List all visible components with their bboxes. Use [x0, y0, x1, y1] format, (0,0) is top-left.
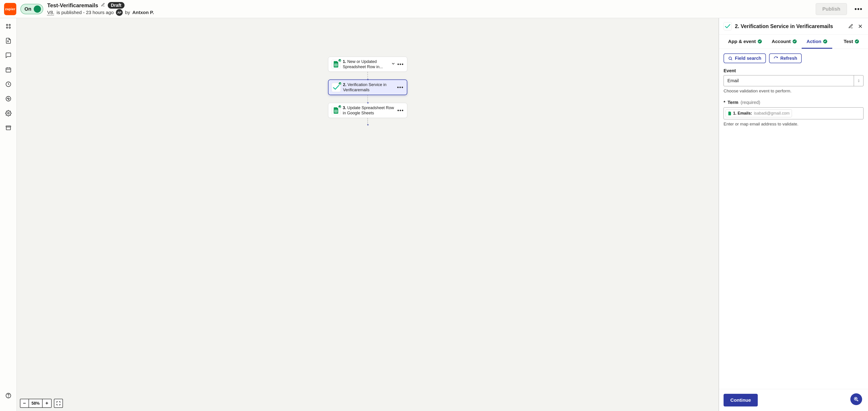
panel-body: Field search Refresh Event Email Choose … — [719, 49, 868, 389]
tab-action[interactable]: Action — [802, 35, 832, 49]
event-hint: Choose validation event to perform. — [723, 89, 864, 93]
ok-chip-icon — [758, 39, 762, 43]
svg-rect-3 — [9, 27, 10, 28]
event-label: Event — [723, 68, 864, 74]
select-handle-icon — [854, 76, 863, 86]
node-title: 2. Verification Service in Verificaremai… — [343, 82, 395, 92]
zoom-value: 58% — [29, 399, 42, 407]
more-menu-icon[interactable]: ••• — [853, 4, 864, 13]
fit-to-screen-button[interactable] — [54, 399, 63, 408]
svg-point-0 — [6, 24, 8, 26]
svg-rect-9 — [6, 126, 11, 127]
flow: 1. New or Updated Spreadsheet Row in... … — [328, 57, 407, 125]
event-value: Email — [724, 76, 854, 86]
help-icon[interactable] — [5, 392, 11, 399]
event-select[interactable]: Email — [723, 75, 864, 86]
ok-chip-icon — [855, 39, 859, 43]
top-bar: zapier On Test-Verificaremails Draft V8.… — [0, 0, 868, 18]
by-label: by — [125, 10, 130, 15]
run-icon[interactable] — [5, 37, 11, 44]
node-title: 1. New or Updated Spreadsheet Row in... — [343, 59, 389, 69]
refresh-button[interactable]: Refresh — [769, 54, 802, 63]
status-ok-icon — [338, 82, 342, 85]
zoom-tray: − 58% + — [20, 399, 63, 408]
add-step-icon[interactable]: + — [366, 123, 370, 126]
status-ok-icon — [338, 105, 342, 109]
flow-node-1[interactable]: 1. New or Updated Spreadsheet Row in... … — [328, 57, 407, 72]
tab-app-event[interactable]: App & event — [723, 35, 767, 49]
node-more-icon[interactable]: ••• — [397, 108, 404, 113]
gear-icon[interactable] — [5, 110, 11, 116]
editor-canvas[interactable]: 1. New or Updated Spreadsheet Row in... … — [17, 18, 719, 411]
status-ok-icon — [338, 59, 342, 62]
ok-chip-icon — [823, 39, 827, 43]
term-input[interactable]: 1. Emails: isabadi@gmail.com — [723, 107, 864, 119]
activity-icon[interactable] — [5, 95, 11, 102]
archive-icon[interactable] — [5, 124, 11, 131]
check-app-icon — [723, 22, 732, 30]
node-more-icon[interactable]: ••• — [397, 85, 404, 90]
svg-point-14 — [729, 57, 732, 60]
draft-badge: Draft — [108, 2, 125, 9]
toggle-label: On — [25, 6, 31, 12]
panel-title: 2. Verification Service in Verificaremai… — [735, 23, 844, 29]
left-rail — [0, 18, 17, 411]
panel-header: 2. Verification Service in Verificaremai… — [719, 18, 868, 35]
connector: + — [367, 95, 368, 103]
title-block: Test-Verificaremails Draft V8. is publis… — [47, 2, 428, 16]
panel-tabs: App & event Account Action Test — [719, 35, 868, 49]
add-step-icon[interactable]: + — [366, 101, 370, 105]
flow-node-2[interactable]: 2. Verification Service in Verificaremai… — [328, 80, 407, 95]
rename-icon[interactable] — [848, 23, 854, 29]
field-search-button[interactable]: Field search — [723, 54, 766, 63]
svg-rect-4 — [6, 68, 11, 72]
publish-status: is published - 23 hours ago — [57, 10, 114, 15]
flow-node-3[interactable]: 3. Update Spreadsheet Row in Google Shee… — [328, 103, 407, 118]
publish-button[interactable]: Publish — [816, 3, 847, 15]
chevron-down-icon[interactable] — [391, 61, 396, 67]
svg-rect-8 — [6, 127, 10, 130]
continue-button[interactable]: Continue — [723, 394, 758, 407]
author-avatar: AP — [116, 9, 123, 16]
calendar-icon[interactable] — [5, 66, 11, 73]
tab-account[interactable]: Account — [767, 35, 802, 49]
svg-point-16 — [855, 398, 856, 399]
zoom-in-button[interactable]: + — [42, 399, 51, 407]
help-fab[interactable] — [850, 393, 862, 405]
zap-title: Test-Verificaremails — [47, 2, 98, 9]
panel-footer: Continue — [719, 389, 868, 411]
step-panel: 2. Verification Service in Verificaremai… — [719, 18, 868, 411]
svg-point-1 — [9, 24, 10, 26]
node-title: 3. Update Spreadsheet Row in Google Shee… — [343, 105, 395, 116]
ok-chip-icon — [793, 39, 797, 43]
pencil-icon[interactable] — [101, 3, 105, 8]
apps-icon[interactable] — [5, 23, 11, 29]
term-label: * Term (required) — [723, 100, 864, 105]
close-icon[interactable] — [857, 23, 864, 29]
sheets-icon — [332, 106, 341, 115]
node-more-icon[interactable]: ••• — [397, 61, 404, 67]
toggle-knob-icon — [34, 5, 41, 13]
main: 1. New or Updated Spreadsheet Row in... … — [0, 18, 868, 411]
connector-tail: + — [367, 118, 368, 125]
clock-icon[interactable] — [5, 81, 11, 87]
add-step-icon[interactable]: + — [366, 78, 370, 81]
comment-icon[interactable] — [5, 52, 11, 58]
version-link[interactable]: V8. — [47, 10, 55, 15]
mapped-field-token[interactable]: 1. Emails: isabadi@gmail.com — [725, 109, 792, 117]
connector: + — [367, 72, 368, 80]
sheets-icon — [332, 60, 341, 69]
svg-point-2 — [6, 27, 8, 28]
zapier-logo[interactable]: zapier — [4, 3, 16, 15]
tab-test[interactable]: Test — [839, 35, 864, 49]
check-app-icon — [332, 83, 341, 92]
author-name: Antxon P. — [132, 10, 154, 15]
zoom-out-button[interactable]: − — [20, 399, 29, 407]
term-hint: Enter or map email address to validate. — [723, 122, 864, 126]
zap-on-toggle[interactable]: On — [20, 4, 43, 14]
svg-point-7 — [7, 113, 9, 114]
